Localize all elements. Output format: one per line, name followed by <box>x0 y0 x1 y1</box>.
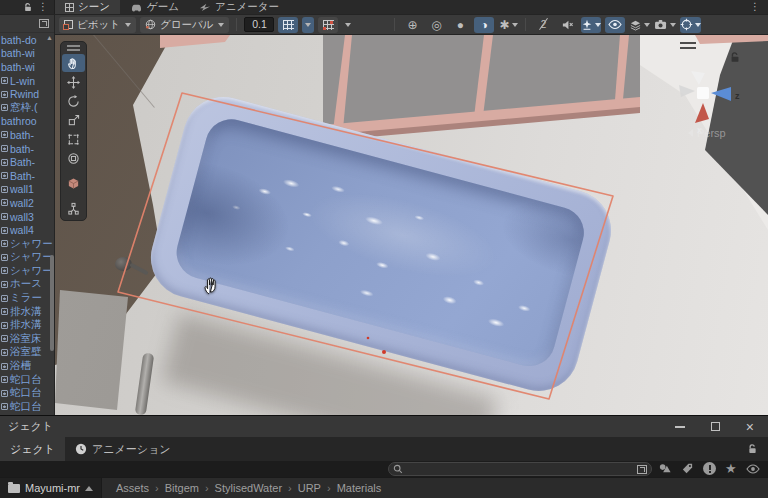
hierarchy-item[interactable]: 浴槽 <box>0 359 54 373</box>
overlay-menu-icon[interactable] <box>680 42 696 49</box>
draw-mode-button[interactable]: ⊕ <box>402 17 422 33</box>
minimize-icon[interactable] <box>675 426 685 428</box>
gizmos-dropdown[interactable] <box>680 17 701 33</box>
maximize-icon[interactable] <box>711 422 720 431</box>
tab-animation-label: アニメーション <box>92 442 171 457</box>
effects-dropdown[interactable] <box>581 17 601 33</box>
breadcrumb-item[interactable]: › Bitgem <box>155 482 199 494</box>
chevron-down-icon <box>595 23 601 27</box>
hierarchy-list[interactable]: bath-do bath-wi bath-wi L-win <box>0 33 54 415</box>
camera-dropdown[interactable] <box>654 17 676 33</box>
hierarchy-item[interactable]: bath-wi <box>0 60 54 74</box>
grid-visibility-toggle[interactable] <box>318 17 338 33</box>
hierarchy-item[interactable]: bath- <box>0 128 54 142</box>
tab-project[interactable]: ジェクト <box>0 437 65 461</box>
grid-visibility-dropdown[interactable] <box>342 17 354 33</box>
rotate-tool-button[interactable] <box>62 92 85 110</box>
breadcrumb-item[interactable]: › StylisedWater <box>205 482 282 494</box>
breadcrumb-root[interactable]: Mayumi-mr <box>0 478 102 498</box>
transform-tool-button[interactable] <box>62 149 85 167</box>
view-hand-tool-button[interactable] <box>62 54 85 72</box>
hierarchy-item[interactable]: シャワー <box>0 237 54 251</box>
hierarchy-item[interactable]: 蛇口台 <box>0 373 54 387</box>
snap-increment-field[interactable]: 0.1 <box>244 17 274 32</box>
search-input[interactable] <box>407 463 633 476</box>
persp-label[interactable]: Persp <box>688 127 726 139</box>
save-search-icon[interactable]: ★ <box>725 462 737 475</box>
scene-viewport[interactable]: z x Persp <box>55 35 768 415</box>
hierarchy-item[interactable]: 排水溝 <box>0 305 54 319</box>
hierarchy-item[interactable]: wall3 <box>0 210 54 224</box>
hierarchy-item[interactable]: L-win <box>0 74 54 88</box>
editor-tools-button[interactable] <box>62 199 85 217</box>
scene-visibility-toggle[interactable] <box>605 17 625 33</box>
tab-bar-spacer <box>289 0 750 14</box>
hierarchy-item[interactable]: bath-wi <box>0 47 54 61</box>
tab-animator[interactable]: アニメーター <box>189 0 289 14</box>
tab-scene[interactable]: シーン <box>55 0 120 14</box>
tab-animation[interactable]: アニメーション <box>65 437 181 461</box>
z-axis-cone[interactable] <box>711 87 731 101</box>
popout-icon[interactable] <box>39 19 49 28</box>
audio-mute-toggle[interactable] <box>557 17 577 33</box>
search-by-type-icon[interactable] <box>658 462 672 475</box>
grid-snapping-toggle[interactable] <box>278 17 298 33</box>
hierarchy-item[interactable]: 蛇口台 <box>0 400 54 414</box>
render-doodads-button[interactable]: ◎ <box>426 17 446 33</box>
lighting-toggle[interactable]: ● <box>450 17 470 33</box>
x-axis-cone[interactable] <box>695 103 709 123</box>
unlock-icon[interactable] <box>747 443 758 455</box>
hierarchy-item[interactable]: Rwind <box>0 87 54 101</box>
hidden-packages-eye-icon[interactable] <box>746 463 762 475</box>
hierarchy-item[interactable]: wall4 <box>0 223 54 237</box>
search-by-label-icon[interactable] <box>681 462 694 475</box>
hierarchy-item[interactable]: Bath- <box>0 155 54 169</box>
hierarchy-item[interactable]: wall2 <box>0 196 54 210</box>
hierarchy-item[interactable]: 蛇口台 <box>0 386 54 400</box>
hierarchy-item[interactable]: 浴室床 <box>0 332 54 346</box>
import-log-icon[interactable] <box>703 462 716 475</box>
layers-dropdown[interactable] <box>629 17 650 33</box>
shading-toggle[interactable]: ◑ <box>474 17 494 33</box>
hierarchy-item[interactable]: wall1 <box>0 183 54 197</box>
hierarchy-item[interactable]: 排水溝 <box>0 318 54 332</box>
breadcrumb-item[interactable]: › URP <box>288 482 321 494</box>
breadcrumb-item[interactable]: Assets <box>110 482 149 494</box>
flare-toggle[interactable]: ✱ <box>498 17 518 33</box>
orientation-gizmo[interactable]: z x <box>667 67 767 157</box>
hierarchy-item[interactable]: bath- <box>0 142 54 156</box>
unlock-icon[interactable] <box>23 2 33 13</box>
hierarchy-item[interactable]: Bath- <box>0 169 54 183</box>
scene-lock-icon[interactable] <box>729 51 741 64</box>
hierarchy-item[interactable]: ホース <box>0 278 54 292</box>
search-popout-icon[interactable] <box>637 465 647 474</box>
tab-game[interactable]: ゲーム <box>120 0 189 14</box>
rect-tool-button[interactable] <box>62 130 85 148</box>
hidden-objects-button[interactable]: 2 <box>533 17 553 33</box>
scrollbar-thumb[interactable] <box>50 255 54 351</box>
hierarchy-item[interactable]: 浴室壁 <box>0 346 54 360</box>
close-icon[interactable]: × <box>746 420 754 434</box>
hierarchy-item[interactable]: ミラー <box>0 291 54 305</box>
hierarchy-item[interactable]: シャワー <box>0 251 54 265</box>
breadcrumb-item[interactable]: › Materials <box>327 482 381 494</box>
custom-tool-button[interactable] <box>62 174 85 192</box>
global-dropdown[interactable]: グローバル <box>140 17 229 33</box>
rect-icon <box>67 133 80 146</box>
overlay-drag-handle[interactable] <box>67 45 80 51</box>
kebab-menu-icon[interactable]: ⋮ <box>38 2 48 12</box>
hierarchy-item[interactable]: シャワー <box>0 264 54 278</box>
scale-tool-button[interactable] <box>62 111 85 129</box>
hierarchy-item[interactable]: bathroo <box>0 115 54 129</box>
gizmo-center-cube[interactable] <box>697 87 709 99</box>
move-tool-button[interactable] <box>62 73 85 91</box>
pivot-dropdown[interactable]: ピボット <box>59 17 136 33</box>
project-window-titlebar[interactable]: ジェクト × <box>0 415 768 437</box>
scene-window-kebab-icon[interactable]: ⋮ <box>750 2 768 12</box>
tab-animator-label: アニメーター <box>215 0 279 14</box>
grid-snapping-dropdown[interactable] <box>302 17 314 33</box>
search-box[interactable] <box>388 462 652 476</box>
chevron-down-icon <box>218 23 224 27</box>
hierarchy-item[interactable]: 窓枠.( <box>0 101 54 115</box>
scrollbar-up-icon[interactable]: ▲ <box>46 34 53 41</box>
